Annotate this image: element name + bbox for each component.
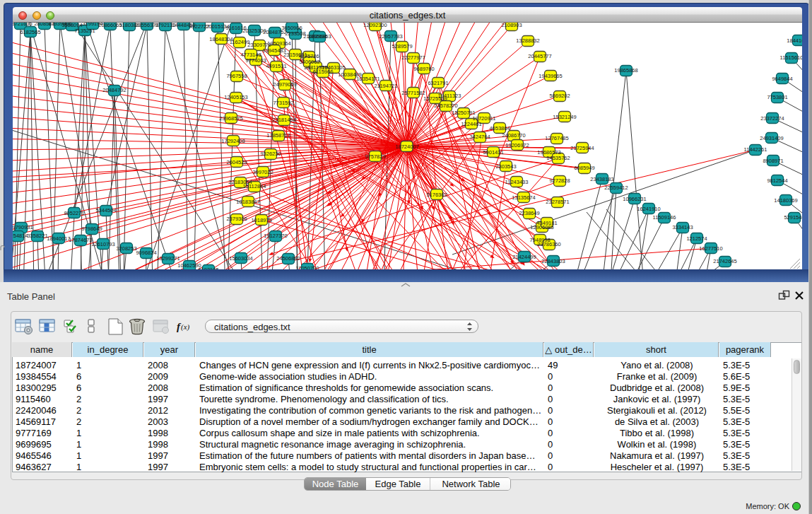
svg-text:23968575: 23968575 [219, 115, 242, 122]
svg-text:2238649: 2238649 [519, 210, 539, 216]
svg-text:23278571: 23278571 [546, 199, 569, 205]
svg-text:12092300: 12092300 [363, 23, 387, 28]
svg-text:9326230: 9326230 [260, 151, 281, 157]
svg-text:2303543: 2303543 [495, 163, 516, 170]
svg-text:2379306: 2379306 [226, 216, 247, 222]
svg-text:5176362: 5176362 [426, 192, 447, 198]
svg-text:24979069: 24979069 [273, 81, 296, 88]
svg-text:11243433: 11243433 [505, 179, 529, 185]
svg-text:4349181: 4349181 [536, 220, 557, 226]
svg-text:3208253: 3208253 [116, 245, 136, 252]
svg-text:10945483: 10945483 [262, 47, 286, 54]
svg-text:9798649: 9798649 [81, 226, 102, 232]
svg-text:10966231: 10966231 [623, 196, 646, 202]
svg-text:12405153: 12405153 [224, 94, 247, 100]
svg-text:19411323: 19411323 [438, 93, 461, 99]
svg-text:21725944: 21725944 [570, 145, 594, 151]
svg-text:20484792: 20484792 [102, 87, 126, 93]
svg-text:19509364: 19509364 [267, 40, 290, 47]
svg-text:14180369: 14180369 [774, 197, 797, 204]
svg-text:3334143: 3334143 [672, 224, 693, 230]
svg-text:7967558: 7967558 [226, 73, 247, 79]
svg-text:20445777: 20445777 [528, 53, 551, 59]
svg-text:4653864: 4653864 [489, 125, 510, 132]
svg-text:7135251: 7135251 [74, 28, 95, 34]
svg-text:(x): (x) [181, 322, 190, 332]
svg-text:3650906: 3650906 [281, 25, 302, 31]
svg-text:25771582: 25771582 [401, 90, 425, 96]
svg-text:18724007: 18724007 [395, 144, 418, 150]
svg-text:6193105: 6193105 [198, 267, 218, 269]
svg-text:17858713: 17858713 [266, 132, 290, 139]
svg-text:14535762: 14535762 [546, 155, 570, 161]
svg-text:13288832: 13288832 [516, 37, 539, 44]
svg-text:9272828: 9272828 [549, 177, 570, 184]
svg-text:3997022: 3997022 [252, 169, 273, 175]
svg-text:17292408: 17292408 [221, 138, 245, 144]
svg-text:24086770: 24086770 [502, 132, 525, 139]
svg-text:23438183: 23438183 [590, 176, 613, 182]
svg-text:22957783: 22957783 [379, 33, 402, 40]
svg-text:15603034: 15603034 [229, 255, 252, 262]
svg-text:21194721: 21194721 [375, 83, 398, 89]
svg-text:18721635: 18721635 [13, 23, 33, 27]
svg-text:21742645: 21742645 [713, 258, 736, 264]
svg-text:10183847: 10183847 [236, 199, 259, 205]
svg-text:9649844: 9649844 [772, 76, 792, 82]
svg-text:3358221: 3358221 [27, 233, 47, 239]
svg-text:5291546: 5291546 [784, 214, 802, 221]
svg-text:2108903: 2108903 [501, 23, 522, 28]
svg-text:22181494: 22181494 [272, 117, 295, 123]
svg-text:15112844: 15112844 [243, 183, 266, 189]
svg-text:5344504: 5344504 [95, 207, 116, 214]
svg-text:24578270: 24578270 [434, 103, 457, 109]
svg-text:10354171: 10354171 [356, 76, 379, 82]
svg-text:19127370: 19127370 [264, 233, 287, 239]
svg-text:3424764: 3424764 [469, 134, 490, 140]
svg-text:14966853: 14966853 [307, 33, 331, 40]
svg-text:6182565: 6182565 [20, 29, 40, 35]
svg-text:19865868: 19865868 [614, 67, 637, 74]
svg-text:6321791: 6321791 [428, 80, 448, 86]
svg-text:13135674: 13135674 [512, 194, 535, 201]
svg-text:5289579: 5289579 [392, 43, 412, 49]
svg-text:2233508: 2233508 [285, 30, 305, 37]
svg-text:17874673: 17874673 [69, 237, 92, 243]
svg-text:11509146: 11509146 [653, 214, 676, 221]
svg-text:23786360: 23786360 [537, 241, 560, 247]
svg-text:24931409: 24931409 [760, 135, 783, 141]
svg-text:9757829: 9757829 [365, 153, 385, 160]
svg-text:9689760: 9689760 [413, 66, 434, 72]
svg-text:22559412: 22559412 [604, 185, 628, 191]
svg-text:9774003: 9774003 [245, 57, 266, 64]
svg-text:11050790: 11050790 [296, 265, 319, 269]
svg-text:18940017: 18940017 [47, 235, 70, 242]
svg-text:16277510: 16277510 [699, 245, 722, 252]
svg-text:1212574: 1212574 [686, 235, 707, 242]
svg-text:16241910: 16241910 [637, 206, 660, 212]
svg-text:4773143: 4773143 [240, 52, 261, 58]
svg-text:9812544: 9812544 [767, 177, 787, 184]
svg-text:22277977: 22277977 [401, 54, 425, 61]
svg-text:23372274: 23372274 [760, 115, 784, 122]
svg-text:24506882: 24506882 [276, 255, 300, 262]
svg-text:7753801: 7753801 [767, 94, 787, 100]
svg-text:18441677: 18441677 [787, 37, 802, 44]
svg-text:22843803: 22843803 [541, 258, 565, 264]
svg-text:8052271: 8052271 [64, 210, 84, 216]
svg-text:4254814: 4254814 [13, 233, 28, 239]
svg-text:19206972: 19206972 [505, 142, 529, 148]
svg-text:8908971: 8908971 [763, 158, 783, 164]
svg-text:6115966: 6115966 [313, 69, 334, 75]
svg-text:12767485: 12767485 [545, 135, 568, 141]
svg-text:1018973: 1018973 [251, 217, 271, 223]
svg-text:9096824: 9096824 [136, 250, 156, 256]
svg-text:12610793: 12610793 [91, 241, 114, 247]
svg-text:1224461: 1224461 [461, 121, 481, 127]
svg-text:1162499: 1162499 [230, 39, 250, 45]
svg-text:5869202: 5869202 [549, 93, 570, 99]
svg-text:4491531: 4491531 [266, 63, 286, 69]
svg-text:19439665: 19439665 [539, 73, 562, 79]
svg-text:6085949: 6085949 [574, 165, 594, 171]
svg-text:13299271: 13299271 [156, 255, 180, 262]
